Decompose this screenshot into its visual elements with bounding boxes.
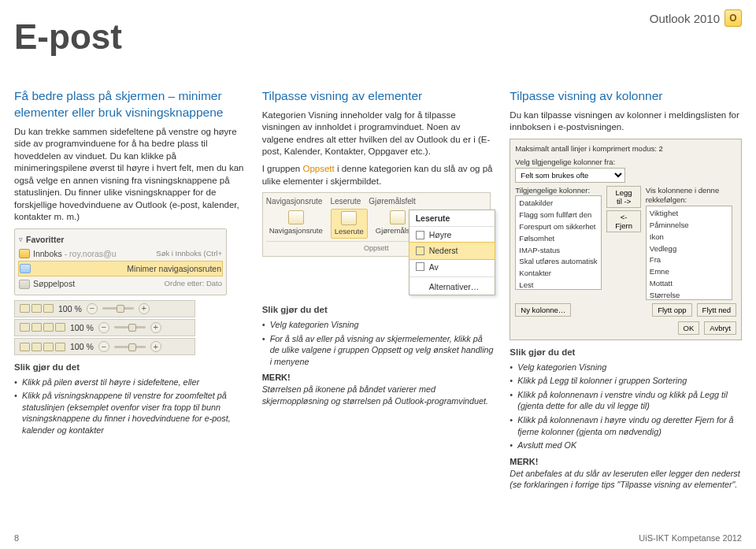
ribbon-tab-labels: Navigasjonsrute Leserute Gjøremålsfelt (266, 196, 487, 207)
available-columns-list[interactable]: DatakilderFlagg som fullført denForespur… (515, 195, 602, 290)
footer-credit: UiS-IKT Kompetanse 2012 (639, 533, 742, 543)
dd-item-options: Alternativer… (410, 279, 495, 295)
col3-step-5: Avslutt med OK (510, 440, 742, 451)
col3-step-4: Klikk på kolonnenavn i høyre vindu og de… (510, 414, 742, 437)
col2-p2a: I gruppen (262, 164, 303, 173)
list-item[interactable]: Vedlegg (648, 243, 730, 255)
list-item[interactable]: Flagg som fullført den (517, 210, 599, 221)
col2-steps-title: Slik gjør du det (262, 304, 495, 317)
zoom-in-icon: + (150, 322, 161, 333)
cancel-button[interactable]: Avbryt (704, 321, 736, 335)
list-item[interactable]: Kontakter (517, 268, 599, 280)
new-column-button[interactable]: Ny kolonne… (515, 303, 571, 317)
dlg-source-select[interactable]: Felt som brukes ofte (515, 168, 625, 183)
col3-steps-title: Slik gjør du det (510, 347, 742, 359)
list-item[interactable]: IMAP-status (517, 245, 599, 257)
junk-icon (19, 280, 30, 289)
dlg-top-text: Maksimalt antall linjer i komprimert mod… (515, 144, 736, 154)
col2-p2: I gruppen Oppsett i denne kategorien kan… (262, 163, 495, 187)
view-buttons-mail (20, 304, 54, 313)
zoom-out-icon: − (87, 303, 98, 314)
zoom-slider (114, 346, 146, 348)
dropdown-title: Leserute (410, 210, 495, 227)
col2-p1: Kategorien Visning inneholder valg for å… (262, 109, 495, 158)
innboks-label: Innboks (33, 249, 62, 258)
ok-button[interactable]: OK (678, 321, 700, 335)
col1-body: Du kan trekke sammen sidefeltene på vens… (14, 126, 246, 224)
list-item[interactable]: Emne (648, 266, 730, 278)
list-item[interactable]: Påminnelse (648, 220, 730, 232)
dd-item-right: Høyre (410, 227, 495, 243)
col3-merk-text: Det anbefales at du slår av leseruten el… (510, 468, 742, 491)
favorites-label: Favoritter (26, 234, 64, 245)
col1-steps: Slik gjør du det Klikk på pilen øverst t… (14, 362, 246, 436)
junk-row: Søppelpost Ordne etter: Dato (18, 276, 223, 291)
col3-step-1: Velg kategorien Visning (510, 362, 742, 373)
zoom-out-icon: − (98, 322, 109, 333)
todo-bar-icon (390, 210, 406, 224)
list-item[interactable]: Lest (517, 280, 599, 290)
move-down-button[interactable]: Flytt ned (697, 303, 736, 317)
arrange-label: Ordne etter: Dato (165, 279, 222, 289)
list-item[interactable]: Ikon (648, 232, 730, 243)
zoom-out-icon: − (98, 341, 109, 352)
column-3: Tilpasse visning av kolonner Du kan tilp… (510, 88, 742, 495)
view-buttons-calendar (20, 323, 65, 332)
list-item[interactable]: Fra (648, 254, 730, 266)
minimize-nav-row: x Minimer navigasjonsruten (18, 261, 223, 276)
move-up-button[interactable]: Flytt opp (652, 303, 691, 317)
page-title: E-post (14, 17, 122, 57)
shown-columns-list[interactable]: ViktighetPåminnelseIkonVedleggFraEmneMot… (646, 206, 732, 300)
favorites-header: ▿ Favoritter (18, 232, 223, 247)
folder-icon (20, 264, 31, 273)
product-name: Outlook 2010 (650, 12, 720, 25)
minimize-nav-label: Minimer navigasjonsruten (127, 263, 221, 274)
zoom-value-2: 100 % (70, 322, 94, 333)
page-number: 8 (14, 533, 19, 543)
col3-heading: Tilpasse visning av kolonner (510, 88, 742, 105)
dlg-select-label: Velg tilgjengelige kolonner fra: (515, 158, 736, 168)
col2-merk-text: Størrelsen på ikonene på båndet varierer… (262, 384, 495, 406)
reading-pane-icon (341, 211, 357, 225)
col1-step-1: Klikk på pilen øverst til høyre i sidefe… (14, 377, 246, 388)
zoom-slider (114, 326, 146, 328)
ribbon-btn-reading-label: Leserute (335, 227, 364, 237)
column-1: Få bedre plass på skjermen – minimer ele… (14, 88, 246, 495)
ribbon-btn-nav-label: Navigasjonsrute (269, 226, 323, 236)
col3-step-2: Klikk på Legg til kolonner i gruppen Sor… (510, 375, 742, 387)
col2-merk-label: MERK! (262, 372, 495, 384)
col2-steps: Slik gjør du det Velg kategorien Visning… (262, 304, 495, 367)
dd-item-off: Av (410, 259, 495, 275)
list-item[interactable]: Størrelse (648, 290, 730, 300)
tab-nav: Navigasjonsrute (266, 196, 323, 207)
list-item[interactable]: Skal utføres automatisk (517, 256, 599, 268)
tab-reading: Leserute (330, 196, 361, 207)
list-item[interactable]: Mottatt (648, 278, 730, 290)
tab-todo: Gjøremålsfelt (369, 196, 415, 207)
nav-pane-screenshot: ▿ Favoritter Innboks - roy.noras@u Søk i… (14, 228, 227, 295)
col3-merk-label: MERK! (510, 456, 742, 468)
list-item[interactable]: Følsomhet (517, 233, 599, 245)
zoom-row-1: 100 % − + (14, 300, 195, 317)
col1-steps-title: Slik gjør du det (14, 362, 246, 374)
search-hint: Søk i Innboks (Ctrl+ (156, 249, 222, 259)
col2-heading: Tilpasse visning av elementer (262, 88, 495, 105)
nav-pane-icon (288, 210, 304, 224)
check-icon (416, 231, 424, 239)
product-header: Outlook 2010 O (650, 9, 742, 27)
col2-step-1: Velg kategorien Visning (262, 319, 495, 331)
check-icon (416, 262, 424, 271)
reading-pane-dropdown: Leserute Høyre Nederst Av Alternativer… (409, 210, 495, 295)
columns-dialog: Maksimalt antall linjer i komprimert mod… (510, 139, 742, 340)
zoom-value-3: 100 % (70, 341, 94, 352)
col3-steps: Slik gjør du det Velg kategorien Visning… (510, 347, 742, 451)
list-item[interactable]: Viktighet (648, 208, 730, 220)
ribbon-btn-nav: Navigasjonsrute (266, 209, 326, 238)
remove-button[interactable]: <- Fjern (606, 210, 641, 232)
list-item[interactable]: Datakilder (517, 198, 599, 210)
content-columns: Få bedre plass på skjermen – minimer ele… (14, 88, 742, 495)
list-item[interactable]: Forespurt om sikkerhet (517, 221, 599, 233)
add-button[interactable]: Legg til -> (606, 186, 641, 208)
col2-step-2: For å slå av eller på visning av skjerme… (262, 333, 495, 368)
zoom-slider (102, 307, 134, 310)
